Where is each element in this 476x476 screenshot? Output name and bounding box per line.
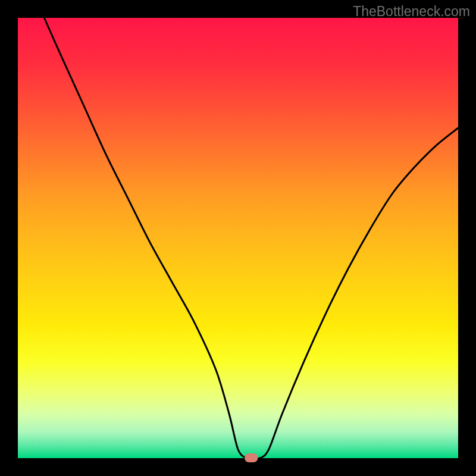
gradient-background — [18, 18, 458, 458]
watermark-text: TheBottleneck.com — [353, 4, 470, 20]
chart-frame: TheBottleneck.com — [0, 0, 476, 476]
bottleneck-chart — [0, 0, 476, 476]
optimum-marker — [245, 453, 258, 462]
